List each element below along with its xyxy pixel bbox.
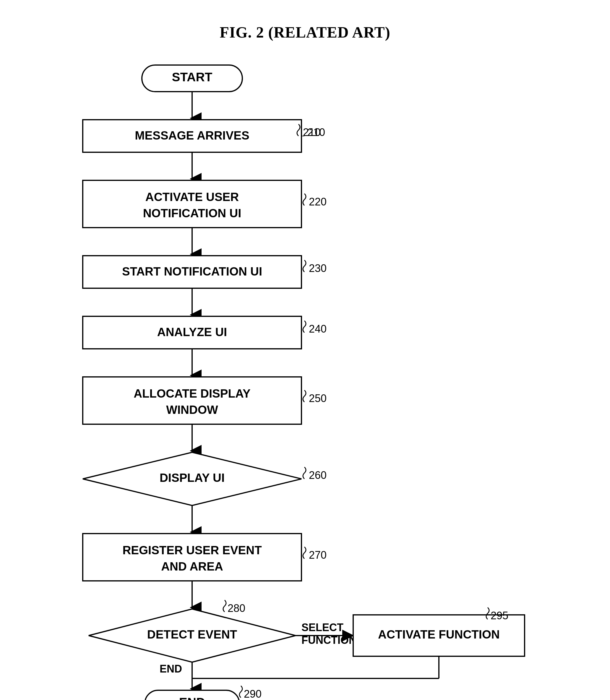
svg-text:240: 240 — [309, 323, 326, 335]
svg-text:ACTIVATE FUNCTION: ACTIVATE FUNCTION — [378, 628, 500, 641]
svg-text:ANALYZE UI: ANALYZE UI — [157, 325, 227, 338]
svg-text:AND AREA: AND AREA — [161, 560, 223, 573]
svg-text:END: END — [160, 663, 182, 675]
svg-text:260: 260 — [309, 469, 326, 481]
svg-text:END: END — [179, 695, 205, 700]
svg-text:230: 230 — [309, 262, 326, 274]
svg-text:270: 270 — [309, 549, 326, 561]
svg-text:220: 220 — [309, 196, 326, 208]
svg-text:ALLOCATE DISPLAY: ALLOCATE DISPLAY — [133, 387, 251, 400]
svg-rect-13 — [83, 180, 302, 228]
svg-text:210: 210 — [303, 126, 321, 138]
svg-text:ACTIVATE USER: ACTIVATE USER — [145, 190, 239, 203]
svg-text:290: 290 — [244, 688, 261, 700]
svg-text:DISPLAY UI: DISPLAY UI — [160, 471, 225, 484]
svg-text:START NOTIFICATION UI: START NOTIFICATION UI — [122, 265, 262, 278]
svg-rect-26 — [83, 377, 302, 424]
svg-text:280: 280 — [228, 602, 245, 614]
svg-text:NOTIFICATION UI: NOTIFICATION UI — [143, 207, 241, 220]
svg-text:295: 295 — [491, 609, 508, 622]
svg-text:START: START — [172, 70, 212, 84]
svg-text:DETECT EVENT: DETECT EVENT — [147, 628, 237, 641]
svg-text:250: 250 — [309, 392, 326, 404]
page-title: FIG. 2 (RELATED ART) — [0, 0, 610, 41]
svg-rect-35 — [83, 534, 302, 581]
svg-text:SELECT: SELECT — [302, 621, 343, 634]
svg-text:REGISTER USER EVENT: REGISTER USER EVENT — [122, 544, 261, 557]
svg-text:WINDOW: WINDOW — [166, 403, 218, 416]
svg-text:MESSAGE ARRIVES: MESSAGE ARRIVES — [135, 129, 249, 142]
